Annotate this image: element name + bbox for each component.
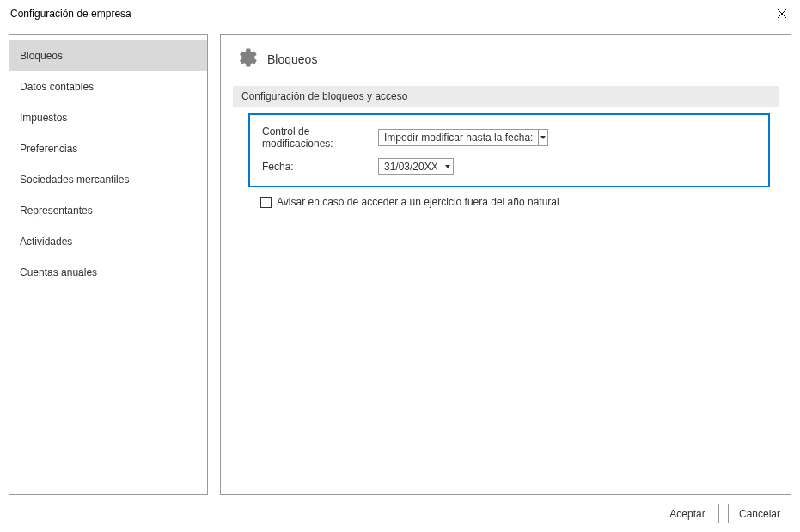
main-header: Bloqueos xyxy=(233,47,779,70)
sidebar-item-impuestos[interactable]: Impuestos xyxy=(9,102,207,133)
date-row: Fecha: 31/03/20XX xyxy=(262,158,756,175)
checkbox-row: Avisar en caso de acceder a un ejercicio… xyxy=(260,196,779,208)
fecha-datepicker[interactable]: 31/03/20XX xyxy=(378,158,454,175)
chevron-down-icon[interactable] xyxy=(443,159,453,174)
sidebar-item-datos-contables[interactable]: Datos contables xyxy=(9,71,207,102)
sidebar-item-cuentas-anuales[interactable]: Cuentas anuales xyxy=(9,257,207,288)
titlebar: Configuración de empresa xyxy=(0,0,800,28)
main-panel: Bloqueos Configuración de bloqueos y acc… xyxy=(220,34,791,495)
window-title: Configuración de empresa xyxy=(10,8,131,20)
close-button[interactable] xyxy=(774,6,790,21)
sidebar-item-preferencias[interactable]: Preferencias xyxy=(9,133,207,164)
accept-button[interactable]: Aceptar xyxy=(656,504,719,523)
control-label: Control de modificaciones: xyxy=(262,125,378,150)
sidebar-item-label: Bloqueos xyxy=(20,50,63,62)
sidebar-item-label: Impuestos xyxy=(20,112,67,124)
chevron-down-icon[interactable] xyxy=(538,130,547,145)
combo-value: Impedir modificar hasta la fecha: xyxy=(379,131,538,144)
checkbox-label: Avisar en caso de acceder a un ejercicio… xyxy=(277,196,559,208)
sidebar-item-label: Datos contables xyxy=(20,81,94,93)
gear-icon xyxy=(236,47,257,70)
avisar-checkbox[interactable] xyxy=(260,197,272,208)
button-label: Cancelar xyxy=(739,508,780,520)
dialog-footer: Aceptar Cancelar xyxy=(0,495,800,532)
date-value: 31/03/20XX xyxy=(379,161,443,173)
sidebar-item-label: Sociedades mercantiles xyxy=(20,174,129,186)
panel-title: Bloqueos xyxy=(267,52,317,66)
sidebar-item-sociedades-mercantiles[interactable]: Sociedades mercantiles xyxy=(9,164,207,195)
sidebar-item-label: Actividades xyxy=(20,235,72,248)
sidebar-item-actividades[interactable]: Actividades xyxy=(9,226,207,257)
control-row: Control de modificaciones: Impedir modif… xyxy=(262,125,756,150)
control-modificaciones-combo[interactable]: Impedir modificar hasta la fecha: xyxy=(378,129,548,146)
sidebar-item-bloqueos[interactable]: Bloqueos xyxy=(9,40,207,71)
dialog-window: Configuración de empresa Bloqueos Datos … xyxy=(0,0,800,532)
sidebar-item-label: Preferencias xyxy=(20,143,77,155)
button-label: Aceptar xyxy=(669,508,705,520)
section-header: Configuración de bloqueos y acceso xyxy=(233,86,779,107)
cancel-button[interactable]: Cancelar xyxy=(728,504,791,523)
sidebar-item-label: Cuentas anuales xyxy=(20,266,97,278)
sidebar-item-label: Representantes xyxy=(20,205,93,217)
highlight-frame: Control de modificaciones: Impedir modif… xyxy=(248,113,770,187)
date-label: Fecha: xyxy=(262,161,378,173)
dialog-body: Bloqueos Datos contables Impuestos Prefe… xyxy=(0,28,800,495)
sidebar: Bloqueos Datos contables Impuestos Prefe… xyxy=(9,34,208,495)
sidebar-item-representantes[interactable]: Representantes xyxy=(9,195,207,226)
